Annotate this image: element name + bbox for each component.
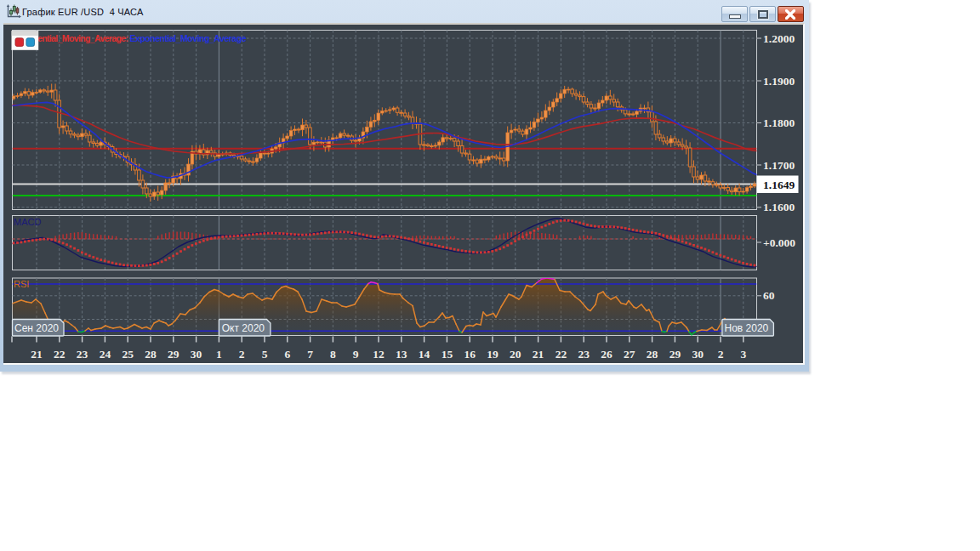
svg-text:RSI: RSI [14,279,29,289]
svg-text:25: 25 [122,348,134,361]
svg-text:23: 23 [578,348,590,361]
svg-text:+0.000: +0.000 [763,236,795,249]
svg-text:3: 3 [740,348,746,361]
svg-text:1.1600: 1.1600 [763,201,795,213]
svg-text:15: 15 [442,348,453,361]
svg-text:28: 28 [145,348,157,361]
svg-text:1.2000: 1.2000 [763,32,795,45]
svg-text:1: 1 [216,348,222,361]
svg-text:30: 30 [692,348,704,361]
svg-text:8: 8 [330,348,336,361]
svg-text:60: 60 [763,289,775,302]
svg-text:26: 26 [601,348,612,361]
svg-text:Сен 2020: Сен 2020 [14,322,59,334]
svg-text:Окт 2020: Окт 2020 [222,322,265,334]
svg-text:29: 29 [669,348,681,361]
svg-text:24: 24 [100,348,111,361]
svg-text:14: 14 [419,348,430,361]
svg-text:12: 12 [373,348,385,361]
svg-text:9: 9 [353,348,359,361]
svg-text:7: 7 [307,348,313,361]
svg-text:22: 22 [54,348,66,361]
svg-text:27: 27 [624,348,635,361]
svg-text:2: 2 [239,348,245,361]
svg-text:2: 2 [718,348,724,361]
svg-text:30: 30 [191,348,202,361]
svg-text:1.1700: 1.1700 [763,159,795,172]
svg-text:23: 23 [77,348,88,361]
svg-text:1.1800: 1.1800 [763,116,795,129]
svg-text:21: 21 [31,348,43,361]
svg-text:1.1900: 1.1900 [763,75,795,88]
svg-text:6: 6 [284,348,290,361]
svg-text:29: 29 [168,348,179,361]
svg-text:Нов 2020: Нов 2020 [725,322,769,334]
svg-text:1.1649: 1.1649 [763,179,795,191]
svg-text:19: 19 [487,348,499,361]
svg-text:5: 5 [262,348,268,361]
svg-text:21: 21 [533,348,544,361]
svg-text:13: 13 [396,348,407,361]
svg-text:20: 20 [510,348,521,361]
svg-text:MACD: MACD [14,217,41,227]
svg-text:ential_Moving_Average:: ential_Moving_Average: [37,33,128,43]
svg-text:28: 28 [647,348,658,361]
svg-text:22: 22 [556,348,567,361]
svg-text:Exponential_Moving_Average: Exponential_Moving_Average [130,33,247,43]
svg-text:16: 16 [464,348,476,361]
